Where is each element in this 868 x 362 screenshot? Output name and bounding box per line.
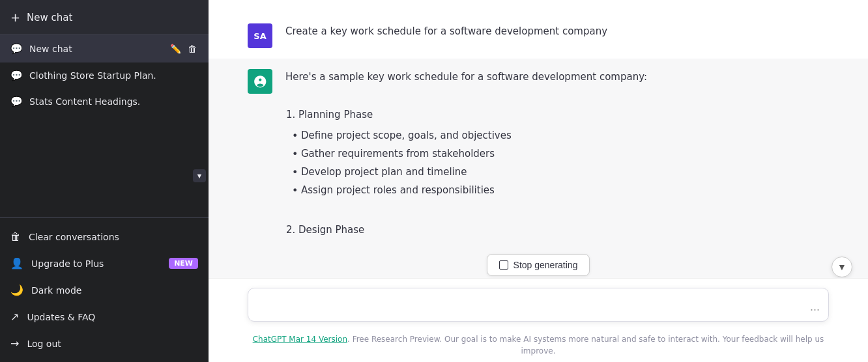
user-avatar: SA [248,23,272,48]
user-message-text: Create a key work schedule for a softwar… [285,25,607,37]
new-chat-top-button[interactable]: + New chat [0,0,209,35]
chat-icon-3: 💬 [10,96,23,107]
ai-intro-text: Here's a sample key work schedule for a … [285,69,829,85]
user-message-row: SA Create a key work schedule for a soft… [209,13,868,59]
chat-icon: 💬 [10,43,23,55]
moon-icon: 🌙 [10,284,23,296]
stop-generating-button[interactable]: Stop generating [487,254,590,276]
ai-message-content: Here's a sample key work schedule for a … [285,69,829,244]
user-icon: 👤 [10,257,23,270]
upgrade-to-plus-item[interactable]: 👤 Upgrade to Plus NEW [0,250,209,277]
scroll-to-bottom-button[interactable]: ▼ [832,257,852,277]
upgrade-label: Upgrade to Plus [31,258,104,269]
chat-messages: SA Create a key work schedule for a soft… [209,0,868,278]
scroll-down-button[interactable]: ▼ [193,169,206,182]
planning-list: Define project scope, goals, and objecti… [285,128,829,198]
chat-item-stats[interactable]: 💬 Stats Content Headings. [0,89,209,115]
planning-list-item: Define project scope, goals, and objecti… [292,128,829,144]
updates-faq-item[interactable]: ↗ Updates & FAQ [0,303,209,330]
planning-list-item: Assign project roles and responsibilitie… [292,182,829,199]
sidebar: + New chat ▲ 💬 New chat ✏️ 🗑 💬 Clothing … [0,0,209,362]
ai-avatar [248,69,272,94]
plus-icon: + [10,10,20,24]
input-area: ··· [209,278,868,331]
footer-description: . Free Research Preview. Our goal is to … [347,335,824,355]
dark-mode-item[interactable]: 🌙 Dark mode [0,277,209,303]
updates-faq-label: Updates & FAQ [27,312,95,322]
stop-generating-wrap: Stop generating [209,254,868,278]
dark-mode-label: Dark mode [31,285,81,296]
logout-icon: → [10,337,19,350]
clear-conversations-label: Clear conversations [29,232,119,242]
chat-item-active[interactable]: 💬 New chat ✏️ 🗑 [0,35,209,63]
chatgpt-version-link[interactable]: ChatGPT Mar 14 Version [253,335,347,344]
stop-generating-label: Stop generating [514,260,578,270]
logout-label: Log out [27,339,61,349]
external-link-icon: ↗ [10,311,19,323]
chat-item-clothing[interactable]: 💬 Clothing Store Startup Plan. [0,63,209,89]
clear-conversations-item[interactable]: 🗑 Clear conversations [0,223,209,250]
logout-item[interactable]: → Log out [0,330,209,357]
trash-icon: 🗑 [10,230,21,243]
sidebar-bottom: 🗑 Clear conversations 👤 Upgrade to Plus … [0,217,209,362]
ai-message-row: Here's a sample key work schedule for a … [209,59,868,254]
planning-list-item: Develop project plan and timeline [292,164,829,180]
planning-phase-item: Planning Phase [298,107,829,123]
chat-actions: ✏️ 🗑 [169,42,198,55]
chat-input[interactable] [248,288,829,322]
chat-list: 💬 New chat ✏️ 🗑 💬 Clothing Store Startup… [0,35,209,217]
new-chat-top-label: New chat [27,12,72,23]
design-phase-item: Design Phase [298,222,829,238]
chat-item-label: New chat [29,44,162,54]
chat-icon-2: 💬 [10,70,23,81]
chat-item-label-2: Clothing Store Startup Plan. [29,70,198,81]
main-content: SA Create a key work schedule for a soft… [209,0,868,362]
delete-chat-button[interactable]: 🗑 [186,42,198,55]
edit-chat-button[interactable]: ✏️ [169,42,182,55]
user-message-content: Create a key work schedule for a softwar… [285,23,829,40]
footer-text: ChatGPT Mar 14 Version. Free Research Pr… [209,331,868,362]
input-more-button[interactable]: ··· [810,303,820,316]
stop-icon [499,260,508,270]
planning-list-item: Gather requirements from stakeholders [292,146,829,162]
chat-item-label-3: Stats Content Headings. [29,96,198,107]
new-badge: NEW [169,258,198,269]
